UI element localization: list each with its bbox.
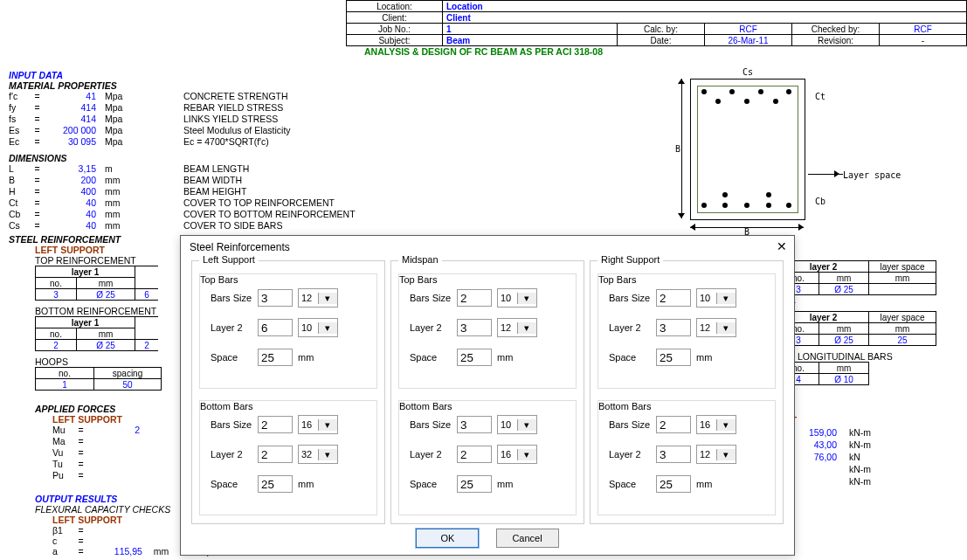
hdr-client-val[interactable]: Client bbox=[443, 12, 967, 24]
ok-button[interactable]: OK bbox=[416, 529, 479, 548]
chevron-down-icon: ▾ bbox=[716, 449, 736, 460]
field-row: Space mm bbox=[410, 474, 513, 494]
hdr-checkedby-val[interactable]: RCF bbox=[880, 24, 967, 35]
dialog-title: Steel Reinforcements bbox=[181, 236, 794, 259]
size-select[interactable]: 10▾ bbox=[497, 415, 537, 434]
hdr-checkedby-lbl: Checked by: bbox=[792, 24, 880, 35]
chevron-down-icon: ▾ bbox=[318, 293, 338, 304]
group-mid: MidspanTop BarsBars Size 10▾Layer 2 12▾S… bbox=[390, 260, 584, 524]
size-select[interactable]: 10▾ bbox=[298, 318, 338, 337]
subgroup-top: Top BarsBars Size 10▾Layer 2 12▾Space mm bbox=[398, 273, 577, 389]
subgroup-top: Top BarsBars Size 10▾Layer 2 12▾Space mm bbox=[597, 273, 776, 389]
cancel-button[interactable]: Cancel bbox=[496, 529, 559, 548]
sec-dimensions: DIMENSIONS bbox=[9, 153, 356, 163]
force-row: Mu=2 bbox=[52, 425, 149, 436]
steel-reinforcements-dialog: Steel Reinforcements ✕ Left SupportTop B… bbox=[180, 235, 795, 556]
chevron-down-icon: ▾ bbox=[716, 322, 736, 334]
hdr-subj-val[interactable]: Beam bbox=[443, 35, 618, 46]
num-input[interactable] bbox=[656, 416, 691, 433]
force-row: Pu= bbox=[52, 470, 149, 481]
field-row: Space mm bbox=[211, 348, 314, 367]
dim-row: Cb=40mmCOVER TO BOTTOM REINFORCEMENT bbox=[9, 209, 356, 220]
field-row: Space mm bbox=[609, 348, 712, 367]
size-select[interactable]: 32▾ bbox=[298, 445, 338, 464]
num-input[interactable] bbox=[656, 289, 691, 307]
num-input[interactable] bbox=[457, 446, 492, 463]
chevron-down-icon: ▾ bbox=[318, 419, 338, 431]
hdr-subj-lbl: Subject: bbox=[347, 35, 443, 46]
sec-steel: STEEL REINFORCEMENT bbox=[9, 234, 162, 245]
field-row: Space mm bbox=[211, 474, 314, 494]
chevron-down-icon: ▾ bbox=[716, 293, 736, 304]
num-input[interactable] bbox=[258, 319, 293, 336]
dim-row: L=3,15mBEAM LENGTH bbox=[9, 163, 356, 175]
mat-row: fy=414MpaREBAR YIELD STRESS bbox=[9, 102, 291, 114]
chevron-down-icon: ▾ bbox=[318, 449, 338, 460]
num-input[interactable] bbox=[656, 319, 691, 336]
chevron-down-icon: ▾ bbox=[517, 449, 537, 460]
field-row: Space mm bbox=[410, 348, 513, 367]
num-input[interactable] bbox=[656, 446, 691, 463]
chevron-down-icon: ▾ bbox=[318, 322, 338, 334]
num-input[interactable] bbox=[258, 475, 293, 493]
size-select[interactable]: 16▾ bbox=[497, 445, 537, 464]
hdr-job-val[interactable]: 1 bbox=[443, 24, 618, 35]
mat-row: Es=200 000MpaSteel Modulus of Elasticity bbox=[9, 125, 291, 136]
hdr-loc-val[interactable]: Location bbox=[443, 1, 967, 12]
sec-hoops: HOOPS bbox=[35, 356, 162, 367]
field-row: Bars Size 10▾ bbox=[410, 415, 537, 434]
field-row: Bars Size 16▾ bbox=[609, 415, 736, 434]
dim-row: H=400mmBEAM HEIGHT bbox=[9, 186, 356, 197]
num-input[interactable] bbox=[457, 416, 492, 433]
chevron-down-icon: ▾ bbox=[716, 419, 736, 431]
num-input[interactable] bbox=[457, 319, 492, 336]
field-row: Layer 2 32▾ bbox=[211, 445, 338, 464]
sec-top-reinf: TOP REINFORCEMENT bbox=[35, 255, 162, 266]
mat-row: f'c=41MpaCONCRETE STRENGTH bbox=[9, 91, 291, 102]
field-row: Bars Size 10▾ bbox=[410, 288, 537, 308]
field-row: Bars Size 16▾ bbox=[211, 415, 338, 434]
field-row: Layer 2 16▾ bbox=[410, 445, 537, 464]
num-input[interactable] bbox=[457, 475, 492, 493]
table-bot-reinf: layer 1 no.mm 2Ø 252 bbox=[35, 316, 158, 351]
forces-left-support: LEFT SUPPORT bbox=[52, 414, 149, 425]
page-title: ANALYSIS & DESIGN OF RC BEAM AS PER ACI … bbox=[0, 46, 967, 57]
force-row: Vu= bbox=[52, 447, 149, 459]
num-input[interactable] bbox=[457, 349, 492, 366]
sec-applied-forces: APPLIED FORCES bbox=[35, 404, 149, 414]
hdr-client-lbl: Client: bbox=[347, 12, 443, 24]
size-select[interactable]: 16▾ bbox=[696, 415, 736, 434]
sec-input-data: INPUT DATA bbox=[9, 70, 291, 80]
beam-cross-section: Cs Ct Cb B B Layer space bbox=[673, 70, 935, 218]
dim-row: Ct=40mmCOVER TO TOP REINFORCEMENT bbox=[9, 197, 356, 209]
size-select[interactable]: 12▾ bbox=[696, 318, 736, 337]
hdr-date-val[interactable]: 26-Mar-11 bbox=[705, 35, 792, 46]
group-left: Left SupportTop BarsBars Size 12▾Layer 2… bbox=[191, 260, 385, 524]
hdr-calcby-val[interactable]: RCF bbox=[705, 24, 792, 35]
num-input[interactable] bbox=[258, 349, 293, 366]
size-select[interactable]: 12▾ bbox=[497, 318, 537, 337]
size-select[interactable]: 12▾ bbox=[696, 445, 736, 464]
hdr-rev-lbl: Revision: bbox=[792, 35, 880, 46]
size-select[interactable]: 16▾ bbox=[298, 415, 338, 434]
hdr-rev-val[interactable]: - bbox=[880, 35, 967, 46]
num-input[interactable] bbox=[258, 416, 293, 433]
num-input[interactable] bbox=[656, 349, 691, 366]
field-row: Layer 2 12▾ bbox=[410, 318, 537, 337]
table-top-reinf: layer 1 no.mm 3Ø 256 bbox=[35, 266, 158, 301]
num-input[interactable] bbox=[258, 289, 293, 307]
field-row: Bars Size 10▾ bbox=[609, 288, 736, 308]
chevron-down-icon: ▾ bbox=[517, 322, 537, 334]
size-select[interactable]: 10▾ bbox=[696, 288, 736, 308]
size-select[interactable]: 10▾ bbox=[497, 288, 537, 308]
num-input[interactable] bbox=[258, 446, 293, 463]
num-input[interactable] bbox=[457, 289, 492, 307]
subgroup-bot: Bottom BarsBars Size 10▾Layer 2 16▾Space… bbox=[398, 400, 577, 515]
close-icon[interactable]: ✕ bbox=[777, 239, 787, 253]
subgroup-bot: Bottom BarsBars Size 16▾Layer 2 12▾Space… bbox=[597, 400, 776, 515]
chevron-down-icon: ▾ bbox=[517, 293, 537, 304]
sec-mat-props: MATERIAL PROPERTIES bbox=[9, 80, 291, 91]
field-row: Layer 2 12▾ bbox=[609, 445, 736, 464]
num-input[interactable] bbox=[656, 475, 691, 493]
size-select[interactable]: 12▾ bbox=[298, 288, 338, 308]
